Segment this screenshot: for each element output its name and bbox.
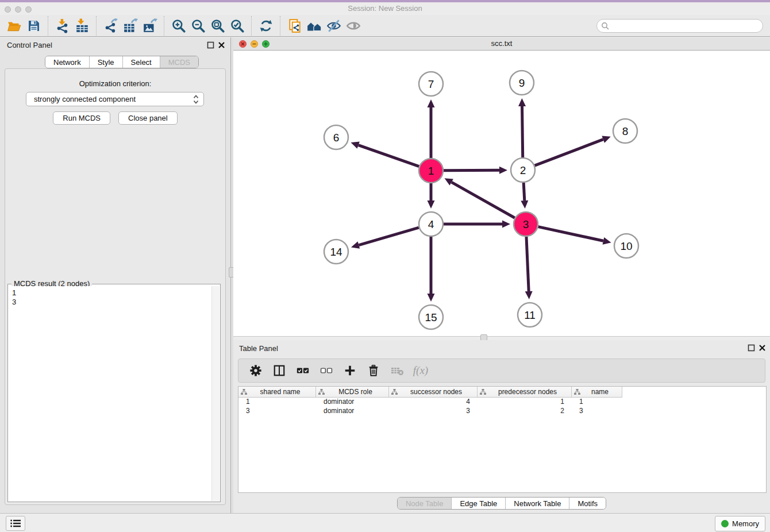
criterion-dropdown[interactable]: strongly connected component — [26, 92, 204, 106]
edge-3-11[interactable] — [526, 237, 529, 291]
column-header-shared-name[interactable]: shared name — [238, 387, 316, 397]
tab-node-table[interactable]: Node Table — [398, 498, 452, 509]
task-history-button[interactable] — [6, 516, 25, 531]
memory-button[interactable]: Memory — [715, 516, 765, 531]
run-mcds-button[interactable]: Run MCDS — [53, 111, 110, 125]
table-cell[interactable]: dominator — [316, 406, 389, 415]
svg-text:8: 8 — [622, 125, 629, 137]
table-cell[interactable]: 1 — [478, 397, 572, 406]
search-input[interactable] — [596, 19, 763, 33]
deselect-all-icon[interactable] — [319, 364, 333, 377]
tab-network[interactable]: Network — [45, 56, 90, 68]
table-cell[interactable]: 1 — [572, 397, 622, 406]
table-cell[interactable]: 1 — [238, 397, 316, 406]
export-network-icon[interactable] — [101, 17, 121, 35]
import-table-icon[interactable] — [72, 17, 92, 35]
add-column-icon[interactable] — [343, 364, 357, 377]
network-minimize-button[interactable] — [251, 40, 258, 48]
edge-1-2[interactable] — [444, 170, 499, 171]
refresh-layout-icon[interactable] — [256, 17, 276, 35]
table-cell[interactable]: 3 — [238, 406, 316, 415]
show-all-eye-icon[interactable] — [344, 17, 363, 35]
delete-column-trash-icon[interactable] — [367, 364, 380, 377]
close-panel-button[interactable]: Close panel — [118, 111, 178, 125]
toggle-columns-icon[interactable] — [272, 364, 286, 377]
column-header-predecessor-nodes[interactable]: predecessor nodes — [478, 387, 572, 397]
export-image-icon[interactable] — [140, 17, 160, 35]
edge-arrowhead — [518, 98, 526, 106]
select-all-icon[interactable] — [296, 364, 310, 377]
tab-motifs[interactable]: Motifs — [569, 498, 606, 509]
apply-function-icon[interactable]: f(x) — [414, 364, 428, 377]
edge-arrowhead — [525, 291, 533, 299]
tab-style[interactable]: Style — [90, 56, 123, 68]
zoom-fit-icon[interactable] — [208, 17, 228, 35]
column-header-MCDS-role[interactable]: MCDS role — [316, 387, 389, 397]
tab-select[interactable]: Select — [123, 56, 160, 68]
graph-node-8[interactable]: 8 — [613, 119, 637, 143]
first-neighbors-icon[interactable] — [305, 17, 324, 35]
table-cell[interactable]: 4 — [389, 397, 478, 406]
table-tabs: Node TableEdge TableNetwork TableMotifs — [397, 497, 606, 510]
hide-selected-eye-icon[interactable] — [324, 17, 344, 35]
toolbar-separator — [280, 16, 281, 36]
table-cell[interactable]: 3 — [572, 406, 622, 415]
table-cell[interactable]: dominator — [316, 397, 389, 406]
network-close-button[interactable] — [239, 40, 247, 48]
graph-node-6[interactable]: 6 — [324, 125, 348, 149]
settings-gear-icon[interactable] — [249, 364, 263, 377]
graph-node-3[interactable]: 3 — [514, 212, 538, 236]
tab-network-table[interactable]: Network Table — [506, 498, 569, 509]
search-field[interactable] — [596, 19, 763, 33]
graph-node-11[interactable]: 11 — [518, 303, 542, 327]
edge-2-3[interactable] — [523, 183, 525, 201]
table-panel-title: Table Panel — [239, 344, 278, 353]
save-session-icon[interactable] — [24, 17, 44, 35]
network-window-titlebar[interactable]: scc.txt — [233, 37, 770, 51]
svg-text:15: 15 — [425, 311, 437, 323]
graph-node-9[interactable]: 9 — [510, 71, 534, 95]
zoom-in-icon[interactable] — [169, 17, 188, 35]
edge-3-10[interactable] — [538, 227, 603, 241]
import-network-icon[interactable] — [53, 17, 72, 35]
mcds-result-scrollbar[interactable] — [211, 286, 220, 501]
clone-network-icon[interactable] — [285, 17, 305, 35]
column-header-name[interactable]: name — [572, 387, 622, 397]
edge-4-14[interactable] — [359, 228, 419, 245]
graph-node-14[interactable]: 14 — [324, 240, 348, 264]
node-table[interactable]: shared nameMCDS rolesuccessor nodesprede… — [238, 386, 767, 493]
close-panel-icon[interactable] — [218, 41, 225, 49]
graph-node-1[interactable]: 1 — [419, 159, 443, 183]
float-panel-icon[interactable] — [207, 41, 214, 49]
table-row[interactable]: 3dominator323 — [238, 406, 622, 415]
hierarchy-icon — [480, 389, 486, 395]
graph-node-10[interactable]: 10 — [614, 234, 638, 258]
edge-3-1[interactable] — [452, 182, 515, 218]
tab-mcds[interactable]: MCDS — [160, 56, 198, 68]
table-cell[interactable]: 3 — [389, 406, 478, 415]
network-zoom-button[interactable] — [262, 40, 270, 48]
close-table-panel-icon[interactable] — [759, 344, 766, 352]
edge-2-8[interactable] — [535, 140, 603, 166]
open-file-icon[interactable] — [5, 17, 24, 35]
table-row[interactable]: 1dominator411 — [238, 397, 622, 406]
tab-edge-table[interactable]: Edge Table — [452, 498, 506, 509]
export-table-icon[interactable] — [121, 17, 140, 35]
graph-node-15[interactable]: 15 — [419, 305, 443, 329]
graph-node-7[interactable]: 7 — [419, 72, 443, 96]
zoom-selected-icon[interactable] — [228, 17, 247, 35]
network-window-bottom-strip — [233, 336, 770, 340]
mcds-result-text[interactable]: 1 3 — [9, 286, 212, 501]
edge-2-9[interactable] — [522, 106, 523, 157]
table-cell[interactable]: 2 — [478, 406, 572, 415]
float-table-panel-icon[interactable] — [748, 344, 755, 352]
svg-text:4: 4 — [428, 218, 434, 230]
graph-node-2[interactable]: 2 — [511, 158, 535, 182]
edge-1-6[interactable] — [359, 145, 419, 167]
network-graph[interactable]: 7968124314101511 — [233, 51, 770, 336]
table-panel: Table Panel — [233, 340, 770, 513]
column-header-successor-nodes[interactable]: successor nodes — [389, 387, 478, 397]
delete-table-icon[interactable] — [390, 364, 404, 377]
zoom-out-icon[interactable] — [188, 17, 208, 35]
graph-node-4[interactable]: 4 — [419, 212, 443, 236]
